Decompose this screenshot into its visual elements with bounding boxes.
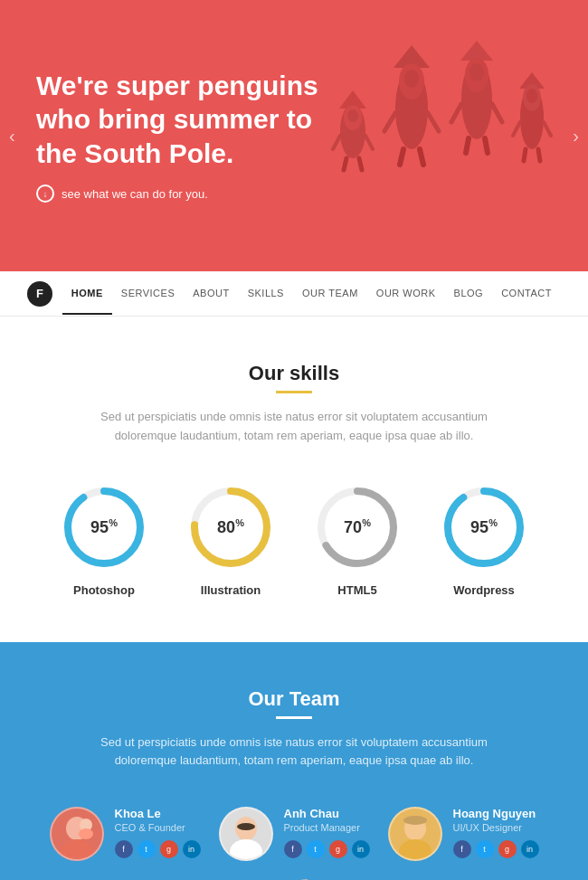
skill-illustration: 80% Illustration (185, 482, 276, 597)
team-socials-hoang: f t g in (453, 840, 539, 858)
nav-item-blog[interactable]: BLOG (445, 273, 493, 315)
svg-point-45 (230, 839, 262, 859)
team-role-anh: Product Manager (284, 822, 370, 833)
navbar: F HOME SERVICES ABOUT SKILLS OUR TEAM OU… (0, 271, 588, 317)
skill-label-photoshop: Photoshop (73, 583, 135, 597)
svg-line-12 (384, 113, 395, 131)
team-socials-anh: f t g in (284, 840, 370, 858)
cta-down-icon: ↓ (36, 185, 54, 203)
svg-line-15 (420, 149, 423, 165)
skill-wordpress: 95% Wordpress (439, 482, 529, 597)
social-gp-anh[interactable]: g (329, 840, 347, 858)
hero-next-arrow[interactable]: › (573, 126, 579, 147)
svg-line-22 (466, 138, 469, 153)
social-gp-khoa[interactable]: g (160, 840, 178, 858)
social-tw-khoa[interactable]: t (138, 840, 156, 858)
skill-chart-wordpress: 95% (439, 482, 529, 572)
social-tw-hoang[interactable]: t (476, 840, 494, 858)
team-name-hoang: Hoang Nguyen (453, 807, 539, 820)
skill-label-wordpress: Wordpress (453, 583, 515, 597)
svg-point-41 (61, 839, 93, 859)
team-section: Our Team Sed ut perspiciatis unde omnis … (0, 642, 588, 880)
hero-section: ‹ We're super penguins who bring summer … (0, 0, 588, 271)
skill-label-html5: HTML5 (337, 583, 376, 597)
svg-point-27 (526, 89, 537, 103)
nav-item-team[interactable]: OUR TEAM (293, 273, 367, 315)
skill-html5: 70% HTML5 (312, 482, 403, 597)
team-role-khoa: CEO & Founder (115, 822, 201, 833)
skill-photoshop: 95% Photoshop (59, 482, 149, 597)
team-name-anh: Anh Chau (284, 807, 370, 820)
nav-item-about[interactable]: ABOUT (184, 273, 238, 315)
team-underline (276, 716, 312, 719)
team-card-hoang: Hoang Nguyen UI/UX Designer f t g in (388, 807, 539, 861)
social-fb-anh[interactable]: f (284, 840, 302, 858)
team-socials-khoa: f t g in (115, 840, 201, 858)
social-gp-hoang[interactable]: g (498, 840, 517, 858)
team-card-anh: Anh Chau Product Manager f t g in (219, 807, 370, 861)
svg-line-29 (544, 122, 551, 136)
skill-chart-html5: 70% (312, 482, 403, 572)
navbar-links: HOME SERVICES ABOUT SKILLS OUR TEAM OUR … (62, 273, 561, 315)
svg-line-5 (365, 136, 373, 149)
social-fb-khoa[interactable]: f (115, 840, 133, 858)
skills-title: Our skills (18, 362, 570, 385)
team-info-anh: Anh Chau Product Manager f t g in (284, 807, 370, 858)
skills-grid: 95% Photoshop 80% Illustration 7 (18, 482, 570, 597)
team-card-khoa: Khoa Le CEO & Founder f t g in (50, 807, 201, 861)
team-info-khoa: Khoa Le CEO & Founder f t g in (115, 807, 201, 858)
svg-point-49 (403, 816, 427, 825)
skills-section: Our skills Sed ut perspiciatis unde omni… (0, 317, 588, 642)
svg-line-6 (344, 158, 346, 170)
hero-headline: We're super penguins who bring summer to… (36, 69, 326, 171)
svg-line-21 (492, 104, 502, 122)
svg-line-20 (451, 104, 461, 122)
svg-point-3 (347, 109, 358, 122)
svg-line-14 (400, 149, 403, 165)
skills-underline (276, 391, 312, 393)
team-subtitle: Sed ut perspiciatis unde omnis iste natu… (77, 733, 511, 771)
team-grid: Khoa Le CEO & Founder f t g in (27, 807, 561, 880)
social-li-anh[interactable]: in (352, 840, 370, 858)
team-avatar-khoa (50, 807, 104, 861)
svg-line-4 (333, 136, 340, 149)
svg-marker-16 (460, 41, 493, 61)
svg-point-11 (404, 70, 419, 88)
skill-label-illustration: Illustration (201, 583, 261, 597)
svg-point-46 (237, 823, 255, 830)
nav-item-skills[interactable]: SKILLS (239, 273, 293, 315)
team-avatar-hoang (388, 807, 442, 861)
team-title: Our Team (27, 687, 561, 711)
svg-line-7 (359, 158, 362, 170)
nav-item-contact[interactable]: CONTACT (492, 273, 561, 315)
skill-chart-photoshop: 95% (59, 482, 149, 572)
hero-prev-arrow[interactable]: ‹ (9, 126, 15, 147)
nav-item-work[interactable]: OUR WORK (367, 273, 445, 315)
svg-point-48 (399, 839, 432, 859)
svg-line-28 (513, 122, 520, 136)
team-role-hoang: UI/UX Designer (453, 822, 539, 833)
svg-point-43 (79, 828, 93, 839)
svg-line-23 (485, 138, 488, 153)
social-li-hoang[interactable]: in (521, 840, 539, 858)
skill-chart-illustration: 80% (185, 482, 276, 572)
team-avatar-anh (219, 807, 273, 861)
cta-text: see what we can do for you. (62, 187, 208, 201)
team-info-hoang: Hoang Nguyen UI/UX Designer f t g in (453, 807, 539, 858)
hero-cta[interactable]: ↓ see what we can do for you. (36, 185, 326, 203)
social-tw-anh[interactable]: t (307, 840, 325, 858)
nav-item-home[interactable]: HOME (62, 273, 112, 315)
social-fb-hoang[interactable]: f (453, 840, 471, 858)
hero-content: We're super penguins who bring summer to… (36, 69, 326, 203)
social-li-khoa[interactable]: in (183, 840, 201, 858)
svg-point-19 (469, 63, 484, 81)
navbar-logo[interactable]: F (27, 281, 52, 307)
team-name-khoa: Khoa Le (115, 807, 201, 820)
svg-line-30 (524, 149, 526, 161)
nav-item-services[interactable]: SERVICES (112, 273, 184, 315)
hero-penguins-illustration (317, 18, 570, 271)
svg-line-31 (538, 149, 540, 161)
svg-line-13 (428, 113, 439, 131)
skills-subtitle: Sed ut perspiciatis unde omnis iste natu… (77, 408, 511, 446)
